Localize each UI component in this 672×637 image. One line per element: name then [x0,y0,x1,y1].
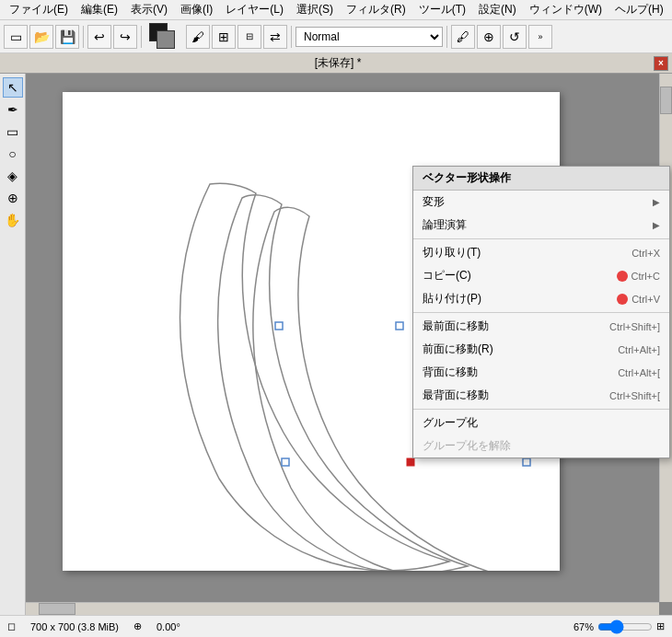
ellipse-tool-button[interactable]: ○ [3,144,23,164]
zoom-fit-icon[interactable]: ⊞ [656,620,665,632]
menu-layer[interactable]: レイヤー(L) [220,0,289,19]
toolbar-separator-2 [141,26,142,48]
scroll-thumb-vertical[interactable] [660,87,672,114]
pattern-button[interactable]: ⊟ [238,25,261,49]
ctx-sep-2 [413,312,669,313]
pan-icon: ⊕ [133,620,142,632]
zoom-tool-button[interactable]: ⊕ [3,188,23,208]
rotation-value: 0.00° [156,621,180,632]
swap-colors-button[interactable]: ⇄ [263,25,287,49]
ctx-send-bottom-shortcut: Ctrl+Shift+[ [609,390,660,401]
canvas-size-label: 700 x 700 (3.8 MiB) [30,621,119,632]
sel-handle-tl [275,322,283,330]
fill-tool-button[interactable]: ◈ [3,166,23,186]
toolbar-separator-3 [291,26,292,48]
ctx-bring-forward-shortcut: Ctrl+Alt+] [618,344,660,355]
canvas-icon-section: ◻ [7,620,16,632]
background-color[interactable] [156,30,175,49]
color-pair[interactable] [149,23,180,51]
menu-window[interactable]: ウィンドウ(W) [524,0,608,19]
ctx-send-bottom[interactable]: 最背面に移動 Ctrl+Shift+[ [413,384,669,407]
sel-handle-ml [282,458,289,466]
zoom-control: 67% ⊞ [574,620,665,634]
ctx-sep-3 [413,409,669,410]
ctx-transform[interactable]: 変形 ▶ [413,191,669,214]
toolbar-separator-4 [446,26,447,48]
menu-edit[interactable]: 編集(E) [75,0,123,19]
scroll-thumb-horizontal[interactable] [39,603,75,615]
ctx-bring-front-shortcut: Ctrl+Shift+] [609,321,660,332]
ctx-bring-forward-label: 前面に移動(R) [423,342,493,357]
ctx-send-back-shortcut: Ctrl+Alt+[ [618,367,660,378]
rotation-section: 0.00° [156,621,180,632]
left-toolbar: ↖ ✒ ▭ ○ ◈ ⊕ ✋ [0,74,26,615]
pan-tool-button[interactable]: ✋ [3,210,23,230]
rect-tool-button[interactable]: ▭ [3,122,23,142]
menu-tools[interactable]: ツール(T) [413,0,471,19]
sel-handle-center [407,458,414,466]
menu-file[interactable]: ファイル(E) [4,0,74,19]
menu-select[interactable]: 選択(S) [291,0,339,19]
brush-button[interactable]: 🖌 [186,25,210,49]
pan-section: ⊕ [133,620,142,632]
ctx-cut[interactable]: 切り取り(T) Ctrl+X [413,241,669,264]
ctx-sep-1 [413,238,669,239]
refresh-button[interactable]: ↺ [503,25,527,49]
grid-button[interactable]: ⊞ [212,25,236,49]
ctx-paste-label: 貼り付け(P) [423,291,481,307]
ctx-send-bottom-label: 最背面に移動 [423,388,489,403]
title-bar: [未保存] * × [0,53,672,74]
save-button[interactable]: 💾 [55,25,79,49]
ctx-logic[interactable]: 論理演算 ▶ [413,214,669,237]
ctx-ungroup[interactable]: グループ化を解除 [413,434,669,457]
status-bar: ◻ 700 x 700 (3.8 MiB) ⊕ 0.00° 67% ⊞ [0,615,672,637]
ctx-bring-forward[interactable]: 前面に移動(R) Ctrl+Alt+] [413,338,669,361]
open-button[interactable]: 📂 [29,25,53,49]
redo-button[interactable]: ↪ [113,25,137,49]
main-area: ↖ ✒ ▭ ○ ◈ ⊕ ✋ [0,74,672,615]
ctx-copy-label: コピー(C) [423,268,471,284]
ctx-logic-arrow: ▶ [653,220,660,230]
ctx-ungroup-label: グループ化を解除 [423,438,511,454]
sel-handle-mr [523,458,530,466]
ctx-paste-dot [617,294,628,305]
ctx-group-label: グループ化 [423,415,478,431]
menu-view[interactable]: 表示(V) [125,0,173,19]
context-menu: ベクター形状操作 変形 ▶ 論理演算 ▶ 切り取り(T) Ctrl+X コピー(… [412,166,670,458]
ctx-bring-front[interactable]: 最前面に移動 Ctrl+Shift+] [413,315,669,338]
ink-button[interactable]: 🖋 [451,25,475,49]
toolbar-separator-1 [83,26,84,48]
ctx-transform-arrow: ▶ [653,197,660,207]
ctx-send-back[interactable]: 背面に移動 Ctrl+Alt+[ [413,361,669,384]
zoom-value: 67% [574,621,594,632]
menu-bar: ファイル(E) 編集(E) 表示(V) 画像(I) レイヤー(L) 選択(S) … [0,0,672,20]
sel-handle-tc [396,322,403,330]
ctx-cut-label: 切り取り(T) [423,245,481,261]
more-button[interactable]: » [528,25,552,49]
close-button[interactable]: × [654,56,668,71]
new-document-button[interactable]: ▭ [4,25,28,49]
transform-button[interactable]: ⊕ [477,25,501,49]
menu-help[interactable]: ヘルプ(H) [609,0,669,19]
blend-mode-dropdown[interactable]: Normal Dissolve Multiply Screen Overlay [295,27,443,47]
ctx-paste-shortcut: Ctrl+V [631,294,660,305]
canvas-icon: ◻ [7,620,16,632]
menu-settings[interactable]: 設定(N) [473,0,522,19]
select-tool-button[interactable]: ↖ [3,77,23,98]
scrollbar-horizontal[interactable] [26,602,659,615]
menu-image[interactable]: 画像(I) [175,0,218,19]
window-title: [未保存] * [22,55,654,71]
ctx-copy-shortcut: Ctrl+C [631,271,660,282]
ctx-bring-front-label: 最前面に移動 [423,318,489,334]
canvas-area: ベクター形状操作 変形 ▶ 論理演算 ▶ 切り取り(T) Ctrl+X コピー(… [26,74,672,615]
canvas-size-section: 700 x 700 (3.8 MiB) [30,621,119,632]
ctx-paste[interactable]: 貼り付け(P) Ctrl+V [413,287,669,310]
context-menu-header: ベクター形状操作 [413,167,669,191]
ctx-group[interactable]: グループ化 [413,411,669,434]
undo-button[interactable]: ↩ [87,25,111,49]
pencil-tool-button[interactable]: ✒ [3,99,23,120]
ctx-copy[interactable]: コピー(C) Ctrl+C [413,264,669,287]
toolbar: ▭ 📂 💾 ↩ ↪ 🖌 ⊞ ⊟ ⇄ Normal Dissolve Multip… [0,20,672,53]
zoom-slider[interactable] [597,620,653,634]
menu-filter[interactable]: フィルタ(R) [341,0,411,19]
